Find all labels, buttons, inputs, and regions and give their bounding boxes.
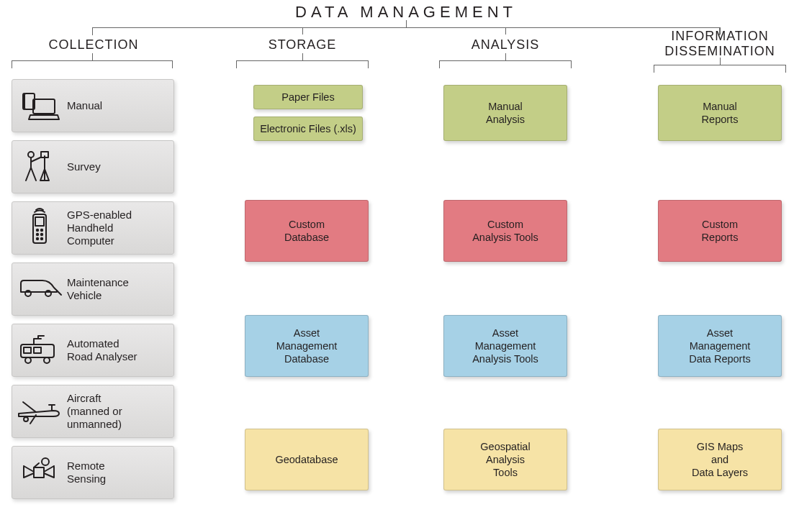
collection-survey: Survey: [12, 140, 174, 193]
title-stem: [406, 20, 407, 27]
bracket-storage: [236, 60, 369, 61]
header-storage: STORAGE: [238, 37, 367, 52]
svg-rect-16: [34, 347, 41, 353]
collection-maintenance: MaintenanceVehicle: [12, 262, 174, 316]
storage-geo: Geodatabase: [245, 429, 369, 490]
svg-rect-5: [35, 217, 44, 226]
svg-point-2: [28, 152, 34, 158]
sub-stem-storage: [302, 53, 303, 60]
surveyor-icon: [12, 147, 67, 186]
svg-point-10: [37, 238, 38, 239]
collection-roadanalyser-label: AutomatedRoad Analyser: [67, 337, 137, 363]
collection-remote: RemoteSensing: [12, 446, 174, 499]
storage-xls: Electronic Files (.xls): [253, 117, 363, 141]
analysis-asset: AssetManagementAnalysis Tools: [443, 315, 567, 377]
svg-rect-14: [21, 344, 54, 357]
collection-survey-label: Survey: [67, 160, 101, 173]
aircraft-icon: [12, 395, 67, 428]
svg-point-19: [24, 417, 28, 421]
storage-paper: Paper Files: [253, 85, 363, 109]
analysis-custom: CustomAnalysis Tools: [443, 200, 567, 262]
collection-aircraft: Aircraft(manned orunmanned): [12, 385, 174, 438]
collection-manual-label: Manual: [67, 99, 102, 112]
stem-storage: [302, 27, 303, 35]
svg-point-21: [42, 458, 49, 465]
dissem-asset: AssetManagementData Reports: [658, 315, 782, 377]
sub-stem-dissemination: [720, 58, 721, 65]
svg-point-18: [44, 357, 50, 363]
collection-remote-label: RemoteSensing: [67, 460, 106, 485]
dissem-custom: CustomReports: [658, 200, 782, 262]
stem-analysis: [505, 27, 506, 35]
svg-point-9: [41, 234, 42, 235]
satellite-icon: [12, 455, 67, 490]
van-icon: [12, 273, 67, 305]
dissem-manual: ManualReports: [658, 85, 782, 141]
collection-maintenance-label: MaintenanceVehicle: [67, 276, 129, 302]
collection-roadanalyser: AutomatedRoad Analyser: [12, 324, 174, 377]
svg-rect-0: [33, 99, 55, 114]
collection-aircraft-label: Aircraft(manned orunmanned): [67, 392, 122, 431]
svg-point-17: [25, 357, 31, 363]
svg-rect-20: [34, 467, 44, 478]
bracket-dissemination: [654, 65, 786, 65]
collection-gps-label: GPS-enabledHandheldComputer: [67, 209, 132, 247]
bracket-analysis: [439, 60, 572, 61]
main-bracket: [92, 27, 720, 28]
header-analysis: ANALYSIS: [441, 37, 570, 52]
storage-custom: CustomDatabase: [245, 200, 369, 262]
collection-manual: Manual: [12, 79, 174, 132]
stem-collection: [92, 27, 93, 35]
laptop-icon: [12, 89, 67, 122]
collection-gps: GPS-enabledHandheldComputer: [12, 201, 174, 255]
dissem-geo: GIS MapsandData Layers: [658, 429, 782, 490]
sub-stem-collection: [92, 53, 93, 60]
handheld-icon: [12, 207, 67, 249]
road-van-icon: [12, 332, 67, 369]
svg-point-6: [37, 229, 38, 231]
svg-rect-15: [24, 347, 31, 353]
header-dissemination: INFORMATIONDISSEMINATION: [641, 29, 799, 58]
analysis-manual: ManualAnalysis: [443, 85, 567, 141]
svg-point-11: [41, 238, 42, 239]
svg-point-8: [37, 234, 38, 235]
main-title: DATA MANAGEMENT: [0, 3, 812, 22]
bracket-collection: [12, 60, 173, 61]
sub-stem-analysis: [505, 53, 506, 60]
svg-point-7: [41, 229, 42, 231]
header-collection: COLLECTION: [29, 37, 158, 52]
storage-asset: AssetManagementDatabase: [245, 315, 369, 377]
analysis-geo: GeospatialAnalysisTools: [443, 429, 567, 490]
